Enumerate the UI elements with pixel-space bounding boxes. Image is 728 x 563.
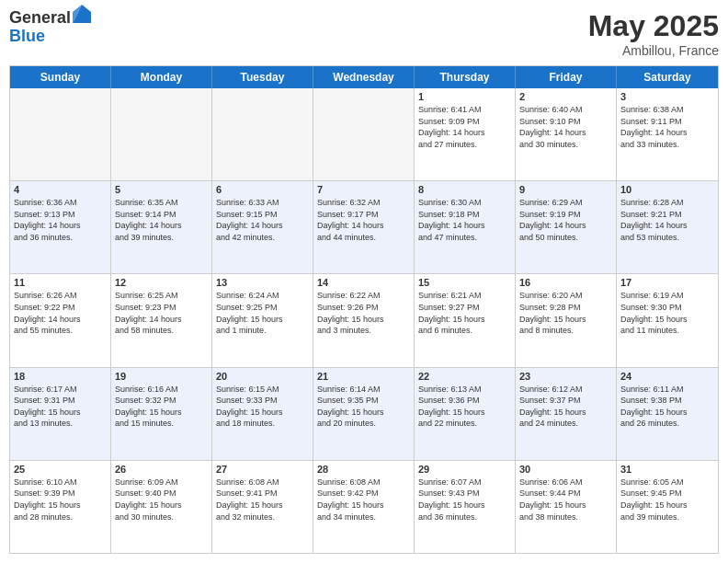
day-cell-22: 22Sunrise: 6:13 AM Sunset: 9:36 PM Dayli… [415,368,516,460]
day-number: 29 [418,464,511,475]
day-info: Sunrise: 6:07 AM Sunset: 9:43 PM Dayligh… [418,477,511,523]
empty-cell-0-3 [313,88,415,180]
day-info: Sunrise: 6:21 AM Sunset: 9:27 PM Dayligh… [418,290,511,336]
day-cell-19: 19Sunrise: 6:16 AM Sunset: 9:32 PM Dayli… [111,368,212,460]
day-cell-4: 4Sunrise: 6:36 AM Sunset: 9:13 PM Daylig… [10,181,111,273]
day-info: Sunrise: 6:24 AM Sunset: 9:25 PM Dayligh… [216,290,309,336]
day-info: Sunrise: 6:12 AM Sunset: 9:37 PM Dayligh… [519,384,612,430]
day-number: 6 [216,184,309,195]
day-cell-14: 14Sunrise: 6:22 AM Sunset: 9:26 PM Dayli… [313,274,415,366]
day-cell-26: 26Sunrise: 6:09 AM Sunset: 9:40 PM Dayli… [111,461,212,553]
day-info: Sunrise: 6:05 AM Sunset: 9:45 PM Dayligh… [620,477,714,523]
day-cell-20: 20Sunrise: 6:15 AM Sunset: 9:33 PM Dayli… [212,368,313,460]
calendar-header: SundayMondayTuesdayWednesdayThursdayFrid… [10,66,718,88]
empty-cell-0-0 [10,88,111,180]
day-info: Sunrise: 6:36 AM Sunset: 9:13 PM Dayligh… [14,197,107,243]
header-day-sunday: Sunday [10,66,111,88]
day-cell-1: 1Sunrise: 6:41 AM Sunset: 9:09 PM Daylig… [415,88,516,180]
day-cell-28: 28Sunrise: 6:08 AM Sunset: 9:42 PM Dayli… [313,461,415,553]
location: Ambillou, France [588,43,719,58]
day-cell-18: 18Sunrise: 6:17 AM Sunset: 9:31 PM Dayli… [10,368,111,460]
day-number: 4 [14,184,107,195]
day-info: Sunrise: 6:35 AM Sunset: 9:14 PM Dayligh… [115,197,208,243]
day-cell-17: 17Sunrise: 6:19 AM Sunset: 9:30 PM Dayli… [617,274,718,366]
empty-cell-0-2 [212,88,313,180]
day-number: 1 [418,91,511,102]
day-info: Sunrise: 6:33 AM Sunset: 9:15 PM Dayligh… [216,197,309,243]
calendar-row-1: 4Sunrise: 6:36 AM Sunset: 9:13 PM Daylig… [10,180,718,273]
day-number: 7 [317,184,410,195]
day-info: Sunrise: 6:29 AM Sunset: 9:19 PM Dayligh… [519,197,612,243]
day-cell-11: 11Sunrise: 6:26 AM Sunset: 9:22 PM Dayli… [10,274,111,366]
day-info: Sunrise: 6:40 AM Sunset: 9:10 PM Dayligh… [519,104,612,150]
day-info: Sunrise: 6:16 AM Sunset: 9:32 PM Dayligh… [115,384,208,430]
day-number: 3 [620,91,714,102]
logo-text: General Blue [9,9,91,46]
logo-blue: Blue [9,28,91,46]
day-cell-25: 25Sunrise: 6:10 AM Sunset: 9:39 PM Dayli… [10,461,111,553]
day-cell-10: 10Sunrise: 6:28 AM Sunset: 9:21 PM Dayli… [617,181,718,273]
header-day-thursday: Thursday [415,66,516,88]
day-info: Sunrise: 6:09 AM Sunset: 9:40 PM Dayligh… [115,477,208,523]
calendar-row-2: 11Sunrise: 6:26 AM Sunset: 9:22 PM Dayli… [10,273,718,366]
header-day-saturday: Saturday [617,66,718,88]
calendar: SundayMondayTuesdayWednesdayThursdayFrid… [9,65,719,554]
day-number: 27 [216,464,309,475]
day-number: 17 [620,277,714,288]
day-number: 15 [418,277,511,288]
day-number: 19 [115,371,208,382]
day-number: 13 [216,277,309,288]
day-info: Sunrise: 6:30 AM Sunset: 9:18 PM Dayligh… [418,197,511,243]
calendar-row-0: 1Sunrise: 6:41 AM Sunset: 9:09 PM Daylig… [10,88,718,180]
empty-cell-0-1 [111,88,212,180]
calendar-row-3: 18Sunrise: 6:17 AM Sunset: 9:31 PM Dayli… [10,367,718,460]
day-cell-16: 16Sunrise: 6:20 AM Sunset: 9:28 PM Dayli… [516,274,617,366]
day-cell-5: 5Sunrise: 6:35 AM Sunset: 9:14 PM Daylig… [111,181,212,273]
day-number: 11 [14,277,107,288]
day-cell-31: 31Sunrise: 6:05 AM Sunset: 9:45 PM Dayli… [617,461,718,553]
header-day-friday: Friday [516,66,617,88]
logo-icon [73,5,91,23]
calendar-body: 1Sunrise: 6:41 AM Sunset: 9:09 PM Daylig… [10,88,718,553]
day-number: 5 [115,184,208,195]
day-number: 12 [115,277,208,288]
header-day-tuesday: Tuesday [212,66,313,88]
day-cell-3: 3Sunrise: 6:38 AM Sunset: 9:11 PM Daylig… [617,88,718,180]
day-info: Sunrise: 6:13 AM Sunset: 9:36 PM Dayligh… [418,384,511,430]
day-info: Sunrise: 6:32 AM Sunset: 9:17 PM Dayligh… [317,197,410,243]
day-cell-2: 2Sunrise: 6:40 AM Sunset: 9:10 PM Daylig… [516,88,617,180]
day-number: 8 [418,184,511,195]
day-number: 22 [418,371,511,382]
day-cell-13: 13Sunrise: 6:24 AM Sunset: 9:25 PM Dayli… [212,274,313,366]
day-number: 20 [216,371,309,382]
day-number: 10 [620,184,714,195]
day-number: 2 [519,91,612,102]
day-number: 26 [115,464,208,475]
day-cell-12: 12Sunrise: 6:25 AM Sunset: 9:23 PM Dayli… [111,274,212,366]
day-number: 30 [519,464,612,475]
day-number: 28 [317,464,410,475]
day-info: Sunrise: 6:26 AM Sunset: 9:22 PM Dayligh… [14,290,107,336]
day-number: 21 [317,371,410,382]
day-cell-6: 6Sunrise: 6:33 AM Sunset: 9:15 PM Daylig… [212,181,313,273]
day-cell-7: 7Sunrise: 6:32 AM Sunset: 9:17 PM Daylig… [313,181,415,273]
day-info: Sunrise: 6:38 AM Sunset: 9:11 PM Dayligh… [620,104,714,150]
title-block: May 2025 Ambillou, France [588,9,719,58]
day-info: Sunrise: 6:08 AM Sunset: 9:41 PM Dayligh… [216,477,309,523]
day-info: Sunrise: 6:41 AM Sunset: 9:09 PM Dayligh… [418,104,511,150]
day-number: 25 [14,464,107,475]
month-title: May 2025 [588,9,719,43]
day-cell-8: 8Sunrise: 6:30 AM Sunset: 9:18 PM Daylig… [415,181,516,273]
day-info: Sunrise: 6:28 AM Sunset: 9:21 PM Dayligh… [620,197,714,243]
day-cell-23: 23Sunrise: 6:12 AM Sunset: 9:37 PM Dayli… [516,368,617,460]
day-info: Sunrise: 6:17 AM Sunset: 9:31 PM Dayligh… [14,384,107,430]
header-day-monday: Monday [111,66,212,88]
day-info: Sunrise: 6:15 AM Sunset: 9:33 PM Dayligh… [216,384,309,430]
calendar-row-4: 25Sunrise: 6:10 AM Sunset: 9:39 PM Dayli… [10,460,718,553]
day-info: Sunrise: 6:11 AM Sunset: 9:38 PM Dayligh… [620,384,714,430]
day-info: Sunrise: 6:19 AM Sunset: 9:30 PM Dayligh… [620,290,714,336]
day-info: Sunrise: 6:20 AM Sunset: 9:28 PM Dayligh… [519,290,612,336]
day-number: 31 [620,464,714,475]
day-cell-24: 24Sunrise: 6:11 AM Sunset: 9:38 PM Dayli… [617,368,718,460]
day-cell-15: 15Sunrise: 6:21 AM Sunset: 9:27 PM Dayli… [415,274,516,366]
